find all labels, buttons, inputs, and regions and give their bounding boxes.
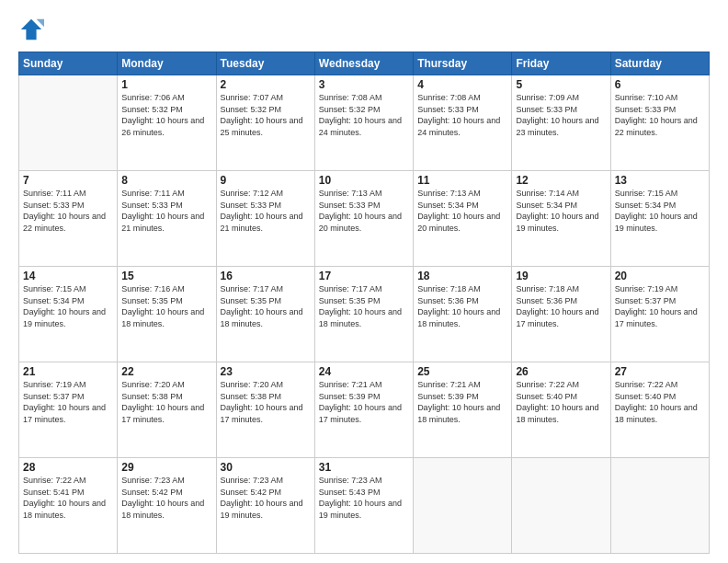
day-info: Sunrise: 7:20 AMSunset: 5:38 PMDaylight:… bbox=[121, 379, 211, 425]
day-info: Sunrise: 7:08 AMSunset: 5:33 PMDaylight:… bbox=[417, 92, 507, 138]
day-number: 29 bbox=[121, 461, 211, 474]
logo-icon bbox=[18, 17, 44, 42]
day-number: 5 bbox=[516, 78, 606, 91]
calendar-week-3: 21Sunrise: 7:19 AMSunset: 5:37 PMDayligh… bbox=[19, 362, 710, 458]
day-number: 17 bbox=[319, 270, 409, 282]
day-info: Sunrise: 7:21 AMSunset: 5:39 PMDaylight:… bbox=[417, 379, 507, 425]
logo bbox=[18, 17, 48, 42]
day-info: Sunrise: 7:15 AMSunset: 5:34 PMDaylight:… bbox=[615, 188, 705, 234]
calendar-cell: 11Sunrise: 7:13 AMSunset: 5:34 PMDayligh… bbox=[414, 171, 512, 267]
calendar-header-monday: Monday bbox=[118, 52, 216, 75]
calendar-cell: 8Sunrise: 7:11 AMSunset: 5:33 PMDaylight… bbox=[118, 171, 216, 267]
day-info: Sunrise: 7:21 AMSunset: 5:39 PMDaylight:… bbox=[319, 379, 409, 425]
day-info: Sunrise: 7:17 AMSunset: 5:35 PMDaylight:… bbox=[221, 283, 311, 329]
calendar-cell: 7Sunrise: 7:11 AMSunset: 5:33 PMDaylight… bbox=[19, 171, 118, 267]
day-number: 20 bbox=[615, 270, 705, 282]
calendar-cell bbox=[414, 458, 512, 554]
day-info: Sunrise: 7:23 AMSunset: 5:42 PMDaylight:… bbox=[221, 475, 311, 521]
day-number: 21 bbox=[23, 365, 113, 378]
calendar-week-1: 7Sunrise: 7:11 AMSunset: 5:33 PMDaylight… bbox=[19, 171, 710, 267]
day-number: 13 bbox=[615, 174, 705, 187]
day-info: Sunrise: 7:22 AMSunset: 5:40 PMDaylight:… bbox=[615, 379, 705, 425]
calendar-cell: 3Sunrise: 7:08 AMSunset: 5:32 PMDaylight… bbox=[314, 75, 413, 171]
calendar-cell: 18Sunrise: 7:18 AMSunset: 5:36 PMDayligh… bbox=[414, 267, 512, 362]
calendar-cell: 5Sunrise: 7:09 AMSunset: 5:33 PMDaylight… bbox=[512, 75, 610, 171]
day-number: 16 bbox=[221, 270, 311, 282]
calendar-cell: 16Sunrise: 7:17 AMSunset: 5:35 PMDayligh… bbox=[216, 267, 314, 362]
calendar-header-friday: Friday bbox=[512, 52, 610, 75]
calendar-cell bbox=[512, 458, 610, 554]
calendar-cell: 10Sunrise: 7:13 AMSunset: 5:33 PMDayligh… bbox=[314, 171, 413, 267]
calendar-week-4: 28Sunrise: 7:22 AMSunset: 5:41 PMDayligh… bbox=[19, 458, 710, 554]
day-number: 28 bbox=[23, 461, 113, 474]
day-number: 24 bbox=[319, 365, 409, 378]
day-number: 10 bbox=[319, 174, 409, 187]
calendar-cell: 31Sunrise: 7:23 AMSunset: 5:43 PMDayligh… bbox=[314, 458, 413, 554]
day-info: Sunrise: 7:11 AMSunset: 5:33 PMDaylight:… bbox=[23, 188, 113, 234]
calendar-cell: 24Sunrise: 7:21 AMSunset: 5:39 PMDayligh… bbox=[314, 362, 413, 458]
calendar: SundayMondayTuesdayWednesdayThursdayFrid… bbox=[18, 52, 710, 554]
day-number: 22 bbox=[121, 365, 211, 378]
calendar-header-sunday: Sunday bbox=[19, 52, 118, 75]
day-number: 23 bbox=[221, 365, 311, 378]
calendar-header-thursday: Thursday bbox=[414, 52, 512, 75]
calendar-cell: 23Sunrise: 7:20 AMSunset: 5:38 PMDayligh… bbox=[216, 362, 314, 458]
day-info: Sunrise: 7:16 AMSunset: 5:35 PMDaylight:… bbox=[121, 283, 211, 329]
day-info: Sunrise: 7:18 AMSunset: 5:36 PMDaylight:… bbox=[516, 283, 606, 329]
day-number: 14 bbox=[23, 270, 113, 282]
day-info: Sunrise: 7:22 AMSunset: 5:40 PMDaylight:… bbox=[516, 379, 606, 425]
calendar-header-wednesday: Wednesday bbox=[314, 52, 413, 75]
calendar-cell: 15Sunrise: 7:16 AMSunset: 5:35 PMDayligh… bbox=[118, 267, 216, 362]
day-number: 27 bbox=[615, 365, 705, 378]
day-info: Sunrise: 7:13 AMSunset: 5:33 PMDaylight:… bbox=[319, 188, 409, 234]
calendar-week-0: 1Sunrise: 7:06 AMSunset: 5:32 PMDaylight… bbox=[19, 75, 710, 171]
calendar-cell: 27Sunrise: 7:22 AMSunset: 5:40 PMDayligh… bbox=[610, 362, 709, 458]
calendar-cell: 6Sunrise: 7:10 AMSunset: 5:33 PMDaylight… bbox=[610, 75, 709, 171]
day-info: Sunrise: 7:10 AMSunset: 5:33 PMDaylight:… bbox=[615, 92, 705, 138]
day-info: Sunrise: 7:19 AMSunset: 5:37 PMDaylight:… bbox=[615, 283, 705, 329]
svg-marker-0 bbox=[21, 19, 41, 40]
calendar-cell: 20Sunrise: 7:19 AMSunset: 5:37 PMDayligh… bbox=[610, 267, 709, 362]
day-info: Sunrise: 7:17 AMSunset: 5:35 PMDaylight:… bbox=[319, 283, 409, 329]
calendar-cell: 4Sunrise: 7:08 AMSunset: 5:33 PMDaylight… bbox=[414, 75, 512, 171]
day-number: 12 bbox=[516, 174, 606, 187]
day-info: Sunrise: 7:06 AMSunset: 5:32 PMDaylight:… bbox=[121, 92, 211, 138]
day-number: 18 bbox=[417, 270, 507, 282]
day-number: 25 bbox=[417, 365, 507, 378]
page: SundayMondayTuesdayWednesdayThursdayFrid… bbox=[0, 0, 728, 563]
day-info: Sunrise: 7:14 AMSunset: 5:34 PMDaylight:… bbox=[516, 188, 606, 234]
calendar-week-2: 14Sunrise: 7:15 AMSunset: 5:34 PMDayligh… bbox=[19, 267, 710, 362]
day-info: Sunrise: 7:07 AMSunset: 5:32 PMDaylight:… bbox=[221, 92, 311, 138]
day-number: 19 bbox=[516, 270, 606, 282]
calendar-cell: 29Sunrise: 7:23 AMSunset: 5:42 PMDayligh… bbox=[118, 458, 216, 554]
calendar-cell: 28Sunrise: 7:22 AMSunset: 5:41 PMDayligh… bbox=[19, 458, 118, 554]
day-number: 7 bbox=[23, 174, 113, 187]
day-info: Sunrise: 7:13 AMSunset: 5:34 PMDaylight:… bbox=[417, 188, 507, 234]
calendar-cell: 17Sunrise: 7:17 AMSunset: 5:35 PMDayligh… bbox=[314, 267, 413, 362]
day-info: Sunrise: 7:19 AMSunset: 5:37 PMDaylight:… bbox=[23, 379, 113, 425]
calendar-cell bbox=[610, 458, 709, 554]
day-info: Sunrise: 7:18 AMSunset: 5:36 PMDaylight:… bbox=[417, 283, 507, 329]
calendar-header-row: SundayMondayTuesdayWednesdayThursdayFrid… bbox=[19, 52, 710, 75]
day-number: 8 bbox=[121, 174, 211, 187]
day-number: 4 bbox=[417, 78, 507, 91]
day-number: 2 bbox=[221, 78, 311, 91]
calendar-cell: 26Sunrise: 7:22 AMSunset: 5:40 PMDayligh… bbox=[512, 362, 610, 458]
calendar-cell: 14Sunrise: 7:15 AMSunset: 5:34 PMDayligh… bbox=[19, 267, 118, 362]
day-number: 3 bbox=[319, 78, 409, 91]
day-number: 31 bbox=[319, 461, 409, 474]
calendar-cell: 30Sunrise: 7:23 AMSunset: 5:42 PMDayligh… bbox=[216, 458, 314, 554]
day-info: Sunrise: 7:08 AMSunset: 5:32 PMDaylight:… bbox=[319, 92, 409, 138]
calendar-cell: 22Sunrise: 7:20 AMSunset: 5:38 PMDayligh… bbox=[118, 362, 216, 458]
day-info: Sunrise: 7:20 AMSunset: 5:38 PMDaylight:… bbox=[221, 379, 311, 425]
calendar-cell: 13Sunrise: 7:15 AMSunset: 5:34 PMDayligh… bbox=[610, 171, 709, 267]
calendar-cell bbox=[19, 75, 118, 171]
day-info: Sunrise: 7:12 AMSunset: 5:33 PMDaylight:… bbox=[221, 188, 311, 234]
day-info: Sunrise: 7:09 AMSunset: 5:33 PMDaylight:… bbox=[516, 92, 606, 138]
day-number: 6 bbox=[615, 78, 705, 91]
day-number: 9 bbox=[221, 174, 311, 187]
day-info: Sunrise: 7:11 AMSunset: 5:33 PMDaylight:… bbox=[121, 188, 211, 234]
day-number: 15 bbox=[121, 270, 211, 282]
calendar-cell: 2Sunrise: 7:07 AMSunset: 5:32 PMDaylight… bbox=[216, 75, 314, 171]
day-number: 11 bbox=[417, 174, 507, 187]
